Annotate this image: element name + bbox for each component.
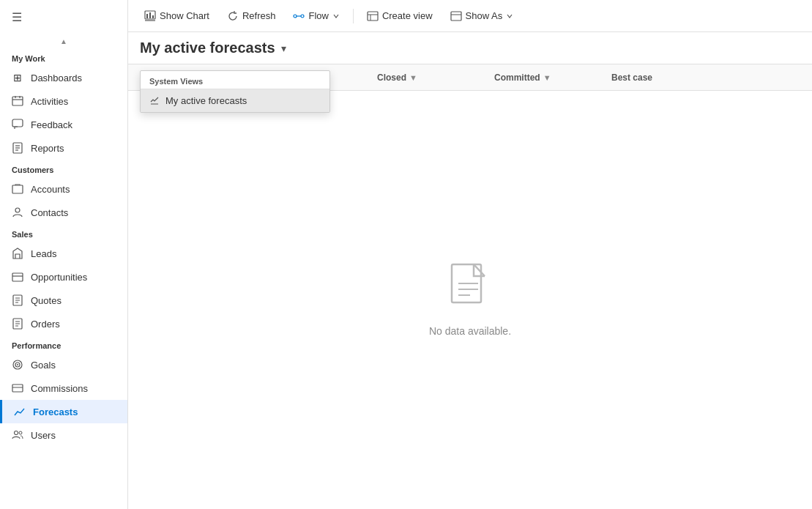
svg-point-27 bbox=[19, 431, 22, 434]
refresh-label: Refresh bbox=[242, 10, 276, 21]
sidebar-item-label: Users bbox=[31, 430, 56, 441]
flow-dropdown-icon bbox=[332, 12, 340, 20]
refresh-icon bbox=[227, 10, 239, 22]
accounts-icon bbox=[12, 183, 23, 195]
svg-rect-31 bbox=[149, 12, 151, 18]
scroll-up-indicator: ▲ bbox=[0, 34, 127, 48]
sidebar-item-label: Leads bbox=[31, 248, 56, 259]
col-closed: Closed ▼ bbox=[371, 73, 488, 83]
main-content: Show Chart Refresh Flow Create view Show… bbox=[128, 0, 812, 509]
toolbar: Show Chart Refresh Flow Create view Show… bbox=[128, 0, 812, 32]
sidebar-item-label: Commissions bbox=[31, 383, 88, 394]
svg-rect-9 bbox=[12, 185, 23, 193]
sidebar-item-label: Quotes bbox=[31, 295, 62, 306]
my-work-section-header: My Work bbox=[0, 48, 127, 66]
svg-rect-4 bbox=[12, 119, 23, 127]
show-as-icon bbox=[450, 10, 462, 22]
svg-rect-11 bbox=[12, 273, 23, 281]
sidebar-item-leads[interactable]: Leads bbox=[0, 242, 127, 265]
sidebar-item-users[interactable]: Users bbox=[0, 423, 127, 447]
opportunities-icon bbox=[12, 271, 23, 283]
view-dropdown-menu: System Views My active forecasts bbox=[140, 70, 330, 113]
show-chart-icon bbox=[144, 10, 156, 22]
users-icon bbox=[12, 429, 23, 441]
svg-point-26 bbox=[15, 431, 18, 435]
empty-state-message: No data available. bbox=[429, 325, 511, 337]
svg-point-10 bbox=[15, 208, 20, 212]
dropdown-item-label: My active forecasts bbox=[165, 95, 247, 106]
page-title: My active forecasts bbox=[140, 40, 275, 56]
sidebar-item-label: Contacts bbox=[31, 207, 68, 218]
sidebar-item-label: Orders bbox=[31, 319, 60, 330]
svg-point-23 bbox=[17, 364, 18, 365]
col-best-case: Best case bbox=[606, 73, 723, 83]
orders-icon bbox=[12, 318, 23, 330]
leads-icon bbox=[12, 248, 23, 259]
sidebar-item-opportunities[interactable]: Opportunities bbox=[0, 265, 127, 289]
commissions-icon bbox=[12, 382, 23, 394]
empty-state: No data available. bbox=[128, 91, 812, 509]
quotes-icon bbox=[12, 294, 23, 306]
dropdown-item-my-active-forecasts[interactable]: My active forecasts bbox=[141, 89, 329, 112]
svg-rect-0 bbox=[12, 97, 23, 105]
show-as-label: Show As bbox=[466, 10, 503, 21]
feedback-icon bbox=[12, 119, 23, 130]
svg-rect-24 bbox=[12, 384, 23, 392]
show-as-dropdown-icon bbox=[506, 12, 513, 20]
sidebar-item-reports[interactable]: Reports bbox=[0, 136, 127, 160]
svg-rect-30 bbox=[146, 14, 148, 18]
dashboards-icon: ⊞ bbox=[12, 72, 23, 83]
page-header: My active forecasts ▾ System Views My ac… bbox=[128, 32, 812, 64]
col-closed-filter-icon[interactable]: ▼ bbox=[409, 73, 417, 82]
create-view-button[interactable]: Create view bbox=[360, 6, 440, 26]
performance-section-header: Performance bbox=[0, 335, 127, 353]
col-committed-label: Committed bbox=[494, 73, 540, 83]
customers-section-header: Customers bbox=[0, 160, 127, 177]
col-committed: Committed ▼ bbox=[488, 73, 606, 83]
col-committed-filter-icon[interactable]: ▼ bbox=[543, 73, 551, 82]
hamburger-icon[interactable]: ☰ bbox=[0, 0, 127, 34]
show-chart-label: Show Chart bbox=[160, 10, 209, 21]
svg-rect-32 bbox=[152, 15, 154, 18]
sidebar-item-contacts[interactable]: Contacts bbox=[0, 201, 127, 224]
sidebar-item-feedback[interactable]: Feedback bbox=[0, 113, 127, 136]
sidebar-item-label: Forecasts bbox=[33, 406, 78, 417]
sidebar-item-label: Dashboards bbox=[31, 73, 82, 83]
svg-rect-39 bbox=[451, 12, 461, 21]
forecasts-icon bbox=[14, 406, 26, 417]
sidebar-item-label: Reports bbox=[31, 143, 64, 154]
sidebar: ☰ ▲ My Work ⊞ Dashboards Activities Feed… bbox=[0, 0, 128, 509]
sidebar-item-label: Opportunities bbox=[31, 272, 87, 283]
sidebar-item-quotes[interactable]: Quotes bbox=[0, 289, 127, 312]
empty-state-icon bbox=[448, 263, 492, 316]
sidebar-item-label: Activities bbox=[31, 96, 68, 107]
flow-button[interactable]: Flow bbox=[286, 6, 346, 26]
dropdown-section-label: System Views bbox=[141, 71, 329, 89]
refresh-button[interactable]: Refresh bbox=[220, 6, 283, 26]
sidebar-item-dashboards[interactable]: ⊞ Dashboards bbox=[0, 66, 127, 89]
sidebar-item-activities[interactable]: Activities bbox=[0, 89, 127, 113]
show-as-button[interactable]: Show As bbox=[443, 6, 521, 26]
col-best-case-label: Best case bbox=[611, 73, 652, 83]
svg-point-34 bbox=[301, 15, 304, 18]
sidebar-item-label: Accounts bbox=[31, 184, 70, 195]
sidebar-item-label: Goals bbox=[31, 360, 56, 371]
sidebar-item-forecasts[interactable]: Forecasts bbox=[0, 400, 127, 423]
svg-point-33 bbox=[294, 15, 297, 18]
sidebar-item-orders[interactable]: Orders bbox=[0, 312, 127, 335]
svg-rect-36 bbox=[368, 12, 378, 21]
flow-label: Flow bbox=[308, 10, 328, 21]
sidebar-item-label: Feedback bbox=[31, 119, 72, 130]
page-title-dropdown-icon[interactable]: ▾ bbox=[281, 42, 286, 54]
show-chart-button[interactable]: Show Chart bbox=[137, 6, 217, 26]
sales-section-header: Sales bbox=[0, 224, 127, 242]
dropdown-item-icon bbox=[149, 96, 160, 106]
goals-icon bbox=[12, 359, 23, 371]
sidebar-item-accounts[interactable]: Accounts bbox=[0, 177, 127, 201]
col-closed-label: Closed bbox=[377, 73, 406, 83]
contacts-icon bbox=[12, 207, 23, 218]
sidebar-item-goals[interactable]: Goals bbox=[0, 353, 127, 376]
sidebar-item-commissions[interactable]: Commissions bbox=[0, 376, 127, 400]
reports-icon bbox=[12, 142, 23, 154]
flow-icon bbox=[293, 10, 305, 22]
